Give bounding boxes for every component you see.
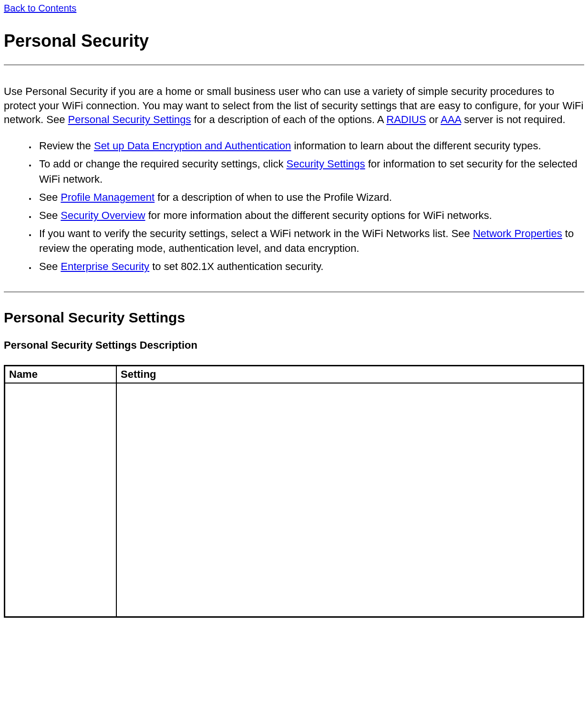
bullet-pre: See [39, 191, 61, 203]
divider-mid [4, 291, 584, 292]
radius-link[interactable]: RADIUS [386, 114, 426, 125]
subsection-title: Personal Security Settings Description [4, 339, 584, 352]
list-item: See Profile Management for a description… [36, 190, 584, 205]
setup-encryption-link[interactable]: Set up Data Encryption and Authenticatio… [94, 140, 291, 152]
enterprise-security-link[interactable]: Enterprise Security [61, 260, 149, 272]
page-title: Personal Security [4, 31, 584, 51]
table-header-name: Name [5, 366, 117, 384]
table-header-setting: Setting [116, 366, 584, 384]
aaa-link[interactable]: AAA [441, 114, 461, 125]
bullet-post: for a description of when to use the Pro… [155, 191, 392, 203]
table-header-row: Name Setting [5, 366, 584, 384]
section-title: Personal Security Settings [4, 310, 584, 326]
security-settings-link[interactable]: Security Settings [287, 158, 365, 170]
intro-text-4: server is not required. [461, 114, 566, 125]
bullet-pre: To add or change the required security s… [39, 158, 287, 170]
back-to-contents-link[interactable]: Back to Contents [4, 3, 76, 14]
bullet-list: Review the Set up Data Encryption and Au… [4, 138, 584, 274]
list-item: If you want to verify the security setti… [36, 226, 584, 257]
network-properties-link[interactable]: Network Properties [473, 228, 562, 239]
security-overview-link[interactable]: Security Overview [61, 209, 145, 221]
bullet-post: for more information about the different… [145, 209, 492, 221]
intro-text-3: or [426, 114, 441, 125]
table-cell-name [5, 383, 117, 617]
intro-text-2: for a description of each of the options… [191, 114, 387, 125]
settings-table: Name Setting [4, 365, 584, 618]
list-item: To add or change the required security s… [36, 156, 584, 187]
table-cell-setting [116, 383, 584, 617]
bullet-post: to set 802.1X authentication security. [149, 260, 323, 272]
intro-paragraph: Use Personal Security if you are a home … [4, 84, 584, 127]
table-row [5, 383, 584, 617]
list-item: See Security Overview for more informati… [36, 208, 584, 223]
bullet-pre: If you want to verify the security setti… [39, 228, 473, 239]
bullet-post: information to learn about the different… [291, 140, 541, 152]
profile-management-link[interactable]: Profile Management [61, 191, 155, 203]
bullet-pre: See [39, 209, 61, 221]
divider-top [4, 64, 584, 65]
bullet-pre: Review the [39, 140, 94, 152]
list-item: Review the Set up Data Encryption and Au… [36, 138, 584, 154]
personal-security-settings-link[interactable]: Personal Security Settings [68, 114, 191, 125]
bullet-pre: See [39, 260, 61, 272]
list-item: See Enterprise Security to set 802.1X au… [36, 259, 584, 274]
